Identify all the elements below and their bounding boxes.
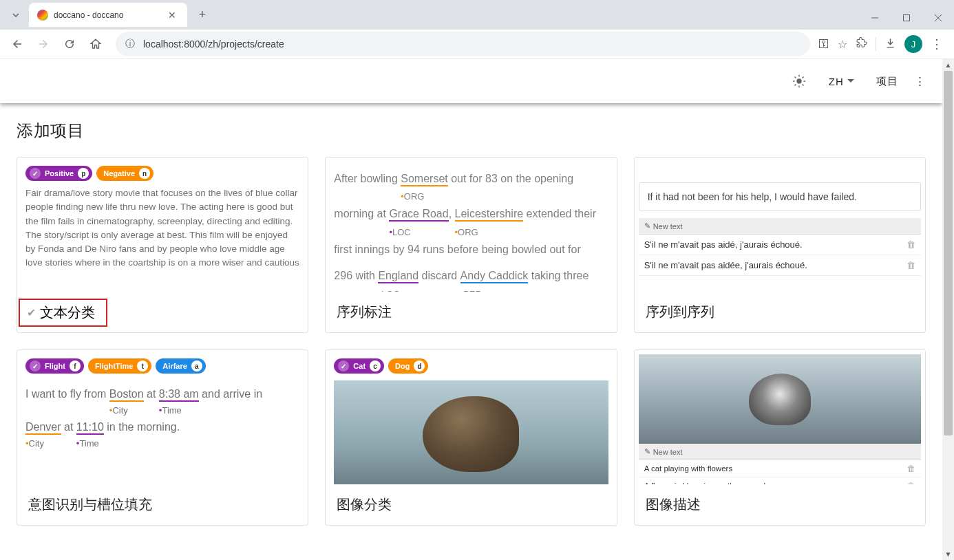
new-tab-button[interactable]: + [193,6,212,25]
tab-close-icon[interactable]: ✕ [165,8,179,22]
browser-menu-icon[interactable]: ⋮ [931,36,943,52]
selected-card-indicator: ✔ 文本分类 [19,299,107,327]
chip-dog: Dogd [388,358,428,374]
chip-cat: ✓Catc [334,358,384,374]
svg-rect-1 [904,15,910,21]
card-title: 图像描述 [646,495,701,514]
preview-image [334,380,608,484]
delete-icon[interactable]: 🗑 [907,482,915,484]
card-sequence-labeling[interactable]: After bowling Somerset•ORG out for 83 on… [325,157,617,333]
language-label: ZH [829,76,844,87]
card-text-classification[interactable]: ✓PositivepNegativen Fair drama/love stor… [17,157,308,333]
translation-row: S'il ne m'avait pas aidé, j'aurais échou… [639,235,921,255]
card-image-caption[interactable]: ✎New text A cat playing with flowers🗑A f… [634,349,926,526]
scroll-up-arrow[interactable]: ▲ [942,59,954,71]
page-title: 添加项目 [17,120,926,142]
caption-row: A cat playing with flowers🗑 [639,460,921,477]
svg-line-7 [794,76,796,78]
pencil-icon: ✎ [644,222,650,230]
site-info-icon[interactable]: ⓘ [125,38,135,50]
forward-button[interactable] [32,32,55,56]
browser-nav-bar: ⓘ localhost:8000/zh/projects/create ⚿ ☆ … [0,30,954,59]
card-title: 序列到序列 [646,303,714,321]
password-key-icon[interactable]: ⚿ [818,38,829,50]
chip-negative: Negativen [96,166,153,181]
chip-airfare: Airfarea [156,358,205,374]
browser-tab[interactable]: doccano - doccano ✕ [29,3,187,27]
svg-line-8 [802,85,803,86]
project-type-grid: ✓PositivepNegativen Fair drama/love stor… [17,157,926,526]
reload-button[interactable] [58,32,81,56]
translation-row: S'il ne m'avait pas aidée, j'aurais écho… [639,255,921,276]
home-button[interactable] [84,32,107,56]
caption-row: A flower is blooming on the ground🗑 [639,477,921,484]
extensions-icon[interactable] [856,37,867,52]
scrollbar-thumb[interactable] [944,71,953,435]
back-button[interactable] [6,32,29,56]
card-title: 文本分类 [40,303,95,322]
delete-icon[interactable]: 🗑 [907,239,915,250]
pencil-icon: ✎ [644,447,650,456]
preview-text: Fair drama/love story movie that focuses… [25,186,299,270]
svg-line-9 [794,85,796,86]
minimize-button[interactable] [859,6,891,30]
profile-avatar[interactable]: J [904,35,922,53]
new-text-row: ✎New text [639,444,921,460]
window-controls [859,6,954,30]
preview-image [639,354,921,444]
card-seq2seq[interactable]: If it had not been for his help, I would… [634,157,926,333]
card-image-classification[interactable]: ✓CatcDogd 图像分类 [325,349,617,526]
projects-link[interactable]: 项目 [865,69,909,94]
check-icon: ✔ [27,306,36,319]
chip-flighttime: FlightTimet [88,358,151,374]
main-content: ZH 项目 ⋮ 添加项目 ✓PositivepNegativen Fair dr… [0,59,942,560]
card-intent-slot[interactable]: ✓FlightfFlightTimetAirfarea I want to fl… [17,349,308,526]
downloads-icon[interactable] [884,37,896,52]
delete-icon[interactable]: 🗑 [907,260,915,270]
theme-toggle-icon[interactable] [781,69,818,94]
chevron-down-icon [847,79,854,83]
toolbar-divider [876,37,876,51]
vertical-scrollbar[interactable]: ▲ ▼ [942,59,954,560]
language-selector[interactable]: ZH [818,69,865,94]
bookmark-star-icon[interactable]: ☆ [838,38,847,51]
app-bar: ZH 项目 ⋮ [0,59,942,103]
tab-favicon [37,10,48,21]
svg-point-2 [796,78,801,83]
tab-search-dropdown[interactable] [6,5,26,25]
tab-title: doccano - doccano [54,10,165,20]
maximize-button[interactable] [891,6,922,30]
delete-icon[interactable]: 🗑 [907,464,915,473]
close-window-button[interactable] [922,6,954,30]
chip-positive: ✓Positivep [25,166,92,181]
svg-line-10 [802,76,803,78]
scroll-down-arrow[interactable]: ▼ [942,548,954,560]
address-bar[interactable]: ⓘ localhost:8000/zh/projects/create [116,32,810,56]
source-text: If it had not been for his help, I would… [639,182,921,211]
new-text-row: ✎New text [639,218,921,235]
url-text: localhost:8000/zh/projects/create [143,39,284,50]
chip-flight: ✓Flightf [25,358,84,374]
browser-tab-strip: doccano - doccano ✕ + [0,0,954,30]
card-title: 图像分类 [337,495,392,514]
card-title: 序列标注 [337,303,392,321]
app-menu-icon[interactable]: ⋮ [909,69,931,94]
card-title: 意图识别与槽位填充 [28,495,152,514]
